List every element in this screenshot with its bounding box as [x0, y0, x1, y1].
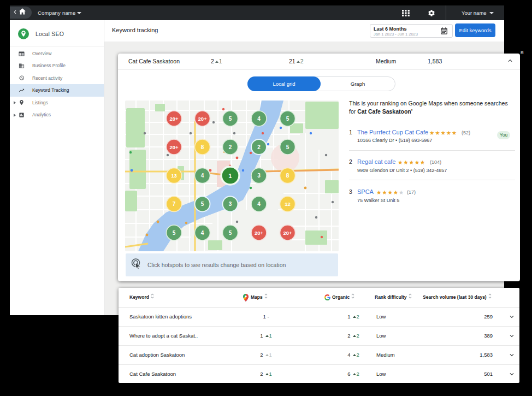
svg-text:20+: 20+ — [255, 230, 264, 236]
svg-text:7: 7 — [173, 201, 176, 207]
svg-text:20+: 20+ — [283, 230, 292, 236]
svg-text:4: 4 — [201, 173, 204, 179]
svg-text:2: 2 — [229, 144, 232, 150]
svg-text:13: 13 — [171, 173, 177, 179]
svg-text:20+: 20+ — [169, 144, 179, 150]
svg-text:2: 2 — [257, 144, 261, 150]
svg-text:5: 5 — [286, 144, 289, 150]
svg-text:4: 4 — [257, 116, 261, 122]
svg-text:5: 5 — [229, 116, 232, 122]
svg-text:5: 5 — [286, 116, 289, 122]
svg-text:12: 12 — [285, 201, 291, 207]
svg-text:4: 4 — [201, 230, 204, 236]
svg-text:3: 3 — [257, 173, 261, 179]
svg-text:4: 4 — [257, 201, 261, 207]
svg-text:5: 5 — [201, 201, 204, 207]
svg-text:5: 5 — [229, 230, 232, 236]
svg-text:5: 5 — [173, 230, 176, 236]
svg-text:20+: 20+ — [169, 116, 179, 122]
svg-text:3: 3 — [229, 201, 232, 207]
svg-text:1: 1 — [229, 173, 232, 179]
svg-text:20+: 20+ — [198, 116, 207, 122]
svg-text:8: 8 — [286, 173, 289, 179]
svg-text:8: 8 — [201, 144, 204, 150]
